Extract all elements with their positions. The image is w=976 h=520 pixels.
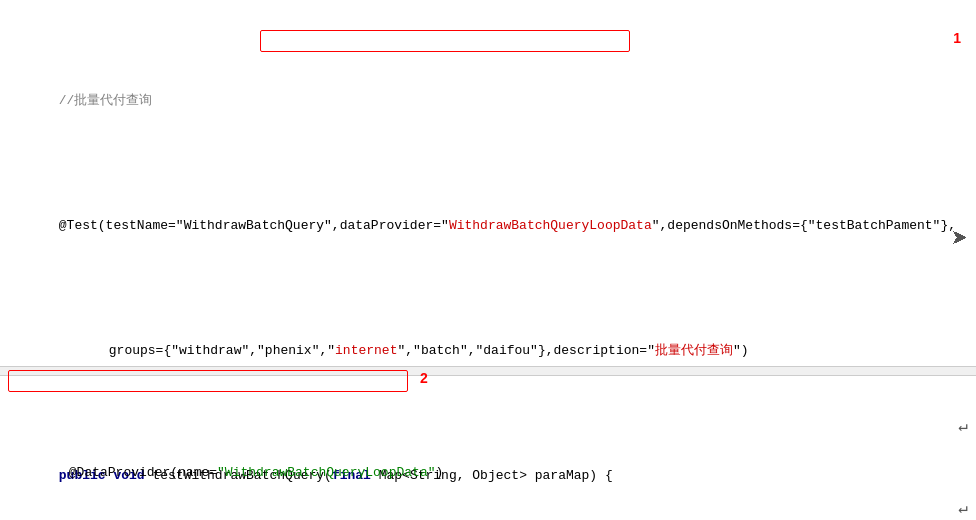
bottom-arrow-1: ↵ (958, 416, 968, 436)
marker-1: 1 (953, 30, 961, 46)
marker-2: 2 (420, 370, 428, 386)
side-arrow: ⮞ (952, 230, 968, 249)
line-dataprovider: @DataProvider(name="WithdrawBatchQueryLo… (10, 442, 976, 504)
bottom-arrow-2: ↵ (958, 498, 968, 518)
code-section-bottom: @DataProvider(name="WithdrawBatchQueryLo… (0, 370, 976, 520)
line-annotation1: @Test(testName="WithdrawBatchQuery",data… (10, 195, 976, 257)
line-comment: //批量代付查询 (10, 70, 976, 132)
